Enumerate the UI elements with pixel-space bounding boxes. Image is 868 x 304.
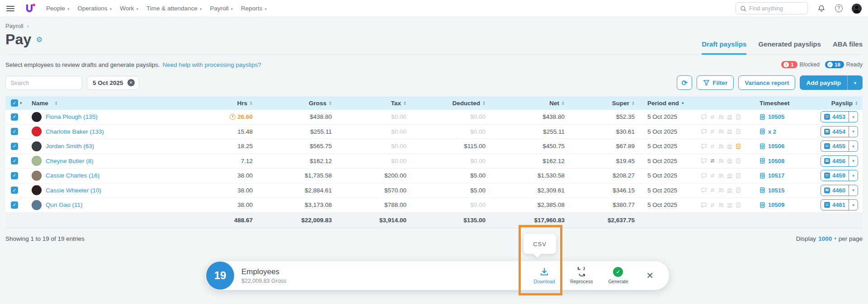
- bank-icon[interactable]: [726, 187, 733, 193]
- people-icon[interactable]: [718, 202, 724, 208]
- note-icon[interactable]: [735, 158, 741, 164]
- row-checkbox[interactable]: ✓: [11, 172, 18, 179]
- payslip-dropdown-icon[interactable]: ▾: [849, 170, 858, 181]
- help-icon[interactable]: ?: [835, 5, 843, 12]
- employee-link[interactable]: Charlotte Baker (133): [46, 128, 104, 135]
- note-icon[interactable]: [735, 202, 741, 208]
- col-header-period-end[interactable]: Period end▼: [638, 100, 697, 107]
- transfer-icon[interactable]: [709, 114, 716, 120]
- nav-item-time-attendance[interactable]: Time & attendance▾: [146, 5, 202, 12]
- bank-icon[interactable]: [726, 173, 733, 179]
- global-search-input[interactable]: [749, 5, 799, 12]
- bank-icon[interactable]: [726, 143, 733, 150]
- nav-item-reports[interactable]: Reports▾: [241, 5, 267, 12]
- note-icon[interactable]: [735, 187, 741, 193]
- blocked-badge[interactable]: !1: [781, 61, 797, 68]
- col-header-super[interactable]: Super▲▼: [568, 100, 638, 107]
- timesheet-link[interactable]: 10517: [760, 172, 784, 179]
- bank-icon[interactable]: [726, 114, 733, 120]
- timesheet-link[interactable]: 10508: [760, 158, 784, 164]
- employee-link[interactable]: Cassie Charles (16): [46, 172, 99, 179]
- transfer-icon[interactable]: [709, 143, 716, 150]
- payslip-button[interactable]: 4460▾: [821, 185, 858, 196]
- payslip-dropdown-icon[interactable]: ▾: [849, 141, 858, 151]
- comment-icon[interactable]: [701, 187, 707, 193]
- comment-icon[interactable]: [701, 128, 707, 135]
- people-icon[interactable]: [718, 143, 724, 150]
- comment-icon[interactable]: [701, 143, 707, 150]
- timesheet-link[interactable]: 10506: [760, 143, 784, 150]
- employee-link[interactable]: Fiona Plough (135): [46, 113, 98, 120]
- people-icon[interactable]: [718, 158, 724, 164]
- add-payslip-dropdown[interactable]: ▾: [847, 75, 863, 90]
- payslip-dropdown-icon[interactable]: ▾: [849, 185, 858, 196]
- refresh-button[interactable]: ⟳: [677, 75, 692, 90]
- payslip-dropdown-icon[interactable]: ▾: [849, 200, 858, 210]
- col-header-tax[interactable]: Tax▲▼: [335, 100, 410, 107]
- ready-badge[interactable]: ✓18: [825, 61, 844, 68]
- timesheet-link[interactable]: 10505: [760, 113, 784, 120]
- transfer-icon[interactable]: [709, 128, 716, 135]
- people-icon[interactable]: [718, 173, 724, 179]
- payslip-button[interactable]: 4459▾: [821, 170, 858, 181]
- tab-aba-files[interactable]: ABA files: [833, 40, 863, 55]
- payslip-dropdown-icon[interactable]: ▾: [849, 156, 858, 166]
- comment-icon[interactable]: [701, 173, 707, 179]
- payslip-dropdown-icon[interactable]: ▾: [849, 126, 858, 137]
- note-icon[interactable]: [735, 114, 741, 120]
- col-header-deducted[interactable]: Deducted▲▼: [410, 100, 489, 107]
- row-checkbox[interactable]: ✓: [11, 187, 18, 194]
- timesheet-link[interactable]: x 2: [760, 128, 776, 135]
- user-avatar[interactable]: [852, 4, 862, 14]
- people-icon[interactable]: [718, 114, 724, 120]
- hamburger-menu-icon[interactable]: [6, 6, 14, 11]
- nav-item-people[interactable]: People▾: [46, 5, 70, 12]
- transfer-icon[interactable]: [709, 187, 716, 193]
- timesheet-link[interactable]: 10515: [760, 187, 784, 194]
- select-all-checkbox[interactable]: ✓: [11, 99, 18, 107]
- employee-link[interactable]: Qun Gao (11): [46, 201, 83, 208]
- bank-icon[interactable]: [726, 128, 733, 135]
- col-header-net[interactable]: Net▲▼: [489, 100, 568, 107]
- generate-button[interactable]: ✓ Generate: [608, 267, 628, 284]
- page-size-select[interactable]: 1000: [818, 235, 832, 242]
- employee-link[interactable]: Jordan Smith (63): [46, 143, 94, 150]
- employee-link[interactable]: Cassie Wheeler (10): [46, 187, 101, 194]
- download-button[interactable]: Download: [534, 267, 555, 284]
- hours-warning-icon[interactable]: [230, 114, 236, 120]
- nav-item-operations[interactable]: Operations▾: [78, 5, 112, 12]
- payslip-button[interactable]: 4454▾: [821, 126, 858, 137]
- note-icon[interactable]: [735, 128, 741, 135]
- payslip-button[interactable]: 4461▾: [821, 199, 858, 210]
- help-link[interactable]: Need help with processing payslips?: [162, 61, 261, 68]
- settings-gear-icon[interactable]: ⚙: [36, 35, 42, 44]
- select-menu-chevron-icon[interactable]: ▾: [20, 101, 22, 105]
- notifications-bell-icon[interactable]: [817, 4, 826, 13]
- payslip-button[interactable]: 4455▾: [821, 140, 858, 152]
- employee-link[interactable]: Cheyne Butler (8): [46, 158, 94, 164]
- payslip-dropdown-icon[interactable]: ▾: [849, 112, 858, 122]
- people-icon[interactable]: [718, 187, 724, 193]
- clear-date-icon[interactable]: ✕: [127, 79, 135, 86]
- variance-report-button[interactable]: Variance report: [738, 75, 795, 90]
- transfer-active-icon[interactable]: [709, 158, 716, 164]
- bank-icon[interactable]: [726, 202, 733, 208]
- col-header-payslip[interactable]: Payslip▲▼: [809, 100, 863, 107]
- people-icon[interactable]: [718, 128, 724, 135]
- transfer-icon[interactable]: [709, 173, 716, 179]
- row-checkbox[interactable]: ✓: [11, 128, 18, 135]
- col-header-gross[interactable]: Gross▲▼: [256, 100, 335, 107]
- payslip-button[interactable]: 4456▾: [821, 155, 858, 167]
- row-checkbox[interactable]: ✓: [11, 143, 18, 150]
- comment-icon[interactable]: [701, 202, 707, 208]
- comment-icon[interactable]: [701, 158, 707, 164]
- breadcrumb-payroll[interactable]: Payroll: [5, 23, 24, 29]
- add-payslip-button[interactable]: Add payslip: [800, 75, 847, 90]
- col-header-name[interactable]: Name▲▼: [28, 100, 207, 107]
- note-icon[interactable]: [735, 173, 741, 179]
- payslip-button[interactable]: 4453▾: [821, 111, 858, 122]
- row-checkbox[interactable]: ✓: [11, 201, 18, 209]
- col-header-hrs[interactable]: Hrs▲▼: [207, 100, 256, 107]
- close-icon[interactable]: ✕: [646, 270, 654, 281]
- nav-item-work[interactable]: Work▾: [120, 5, 138, 12]
